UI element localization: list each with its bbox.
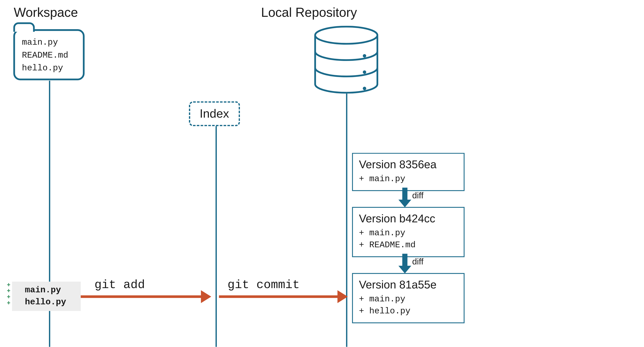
- workspace-file: hello.py: [22, 62, 68, 75]
- version-file: + README.md: [359, 239, 458, 251]
- repo-lifeline: [346, 94, 348, 347]
- svg-point-3: [363, 87, 366, 90]
- diff-arrow-icon: [402, 254, 408, 272]
- staged-file: hello.py: [25, 296, 72, 308]
- version-title: Version 8356ea: [359, 158, 458, 171]
- version-file: + hello.py: [359, 305, 458, 317]
- index-label: Index: [200, 107, 229, 120]
- staged-file: main.py: [25, 284, 72, 296]
- staged-changes-box: main.py hello.py: [12, 282, 81, 311]
- version-title: Version 81a55e: [359, 278, 458, 292]
- git-add-label: git add: [94, 278, 145, 292]
- version-file: + main.py: [359, 227, 458, 239]
- index-box: Index: [189, 102, 240, 126]
- svg-point-2: [363, 70, 366, 74]
- version-title: Version b424cc: [359, 212, 458, 225]
- version-box: Version 81a55e + main.py + hello.py: [352, 273, 464, 323]
- diff-arrow-icon: [402, 188, 408, 206]
- diagram-canvas: Workspace Local Repository main.py READM…: [0, 0, 644, 347]
- local-repo-heading: Local Repository: [261, 5, 357, 20]
- version-box: Version b424cc + main.py + README.md: [352, 207, 464, 257]
- workspace-file: README.md: [22, 49, 68, 62]
- diff-label: diff: [412, 257, 424, 266]
- git-add-arrow-icon: [81, 295, 202, 298]
- database-icon: [313, 26, 380, 94]
- git-commit-label: git commit: [228, 278, 300, 292]
- version-file: + main.py: [359, 173, 458, 185]
- workspace-file: main.py: [22, 36, 68, 49]
- workspace-folder-icon: main.py README.md hello.py: [13, 29, 86, 80]
- workspace-file-list: main.py README.md hello.py: [22, 36, 68, 74]
- workspace-heading: Workspace: [14, 5, 78, 20]
- git-commit-arrow-icon: [219, 295, 338, 298]
- svg-point-0: [315, 26, 377, 44]
- plus-marker-icon: ++++: [7, 282, 10, 306]
- svg-point-1: [363, 54, 366, 58]
- version-file: + main.py: [359, 293, 458, 305]
- version-box: Version 8356ea + main.py: [352, 153, 464, 191]
- index-lifeline: [216, 126, 217, 347]
- diff-label: diff: [412, 190, 424, 200]
